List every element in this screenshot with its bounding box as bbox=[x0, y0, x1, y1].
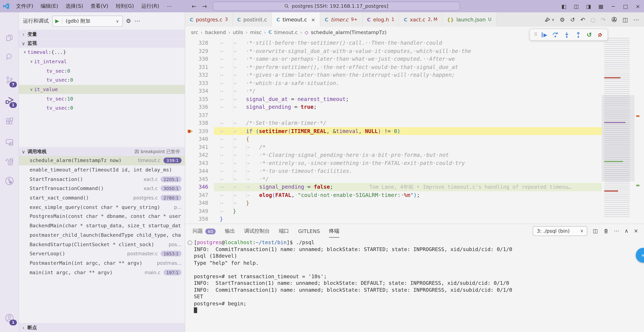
account-icon[interactable]: 1 bbox=[0, 311, 18, 325]
navigate-back-icon[interactable]: ↶ bbox=[580, 16, 585, 23]
code-line[interactable]: 343→→→·*·entirely·so,·since·something·in… bbox=[185, 159, 644, 167]
watch-row[interactable]: tv_sec: 10 bbox=[19, 94, 185, 103]
stack-frame-row[interactable]: main(int argc, char ** argv)main.c197:1 bbox=[19, 268, 185, 277]
code-line[interactable]: 334→→·*/ bbox=[185, 87, 644, 95]
close-tab-icon[interactable]: × bbox=[311, 17, 315, 22]
code-line[interactable]: 330→→·*·same·as·or·perhaps·later·than·wh… bbox=[185, 55, 644, 63]
breadcrumb-item[interactable]: timeout.c bbox=[274, 29, 298, 35]
stack-frame-row[interactable]: schedule_alarm(TimestampTz now)timeout.c… bbox=[19, 156, 185, 165]
panel-tab-终端[interactable]: 终端 bbox=[329, 224, 339, 238]
tab-timer.c[interactable]: Ctimer.c9+ bbox=[320, 12, 362, 27]
toggle-secondary-sidebar-icon[interactable]: ◨ bbox=[582, 3, 595, 9]
stack-frame-row[interactable]: enable_timeout_after(TimeoutId id, int d… bbox=[19, 165, 185, 175]
watch-row[interactable]: ∨it_value bbox=[19, 85, 185, 94]
section-call-stack[interactable]: ∨ 调用堆栈 因 breakpoint 已暂停 bbox=[19, 147, 185, 156]
watch-row[interactable]: tv_usec: 0 bbox=[19, 75, 185, 85]
nav-forward-icon[interactable]: → bbox=[202, 3, 207, 9]
command-center-search[interactable]: postgres [SSH: 192.168.1.17_postgres] bbox=[213, 2, 460, 11]
stack-frame-row[interactable]: StartTransactionCommand()xact.c3050:1 bbox=[19, 184, 185, 193]
panel-more-icon[interactable]: ⋯ bbox=[614, 228, 619, 234]
split-terminal-icon[interactable]: ◫ bbox=[593, 228, 598, 234]
launch-config-select[interactable]: ▶ (gdb) 附加 ∨ bbox=[52, 15, 123, 26]
stack-frame-row[interactable]: BackendMain(char * startup_data, size_t … bbox=[19, 221, 185, 230]
maximize-button[interactable]: □ bbox=[619, 3, 632, 9]
toggle-panel-icon[interactable]: ◫ bbox=[570, 3, 582, 9]
code-line[interactable]: 346→→→signal_pending·=·false;Tom Lane, 4… bbox=[185, 183, 644, 191]
watch-row[interactable]: tv_usec: 0 bbox=[19, 103, 185, 113]
stack-frame-row[interactable]: BackendStartup(ClientSocket * client_soc… bbox=[19, 240, 185, 249]
editor-more-icon[interactable]: ⋯ bbox=[633, 16, 639, 23]
code-line[interactable]: 340→→{ bbox=[185, 135, 644, 143]
step-over-icon[interactable] bbox=[552, 31, 559, 38]
command-decoration-icon[interactable] bbox=[188, 240, 192, 245]
settings-gear-icon[interactable]: ⚙ bbox=[0, 329, 18, 332]
close-window-button[interactable]: × bbox=[632, 3, 644, 9]
breadcrumb-item[interactable]: schedule_alarm(TimestampTz) bbox=[311, 29, 386, 35]
section-breakpoints[interactable]: › 断点 bbox=[19, 323, 185, 332]
extensions-icon[interactable] bbox=[0, 114, 18, 128]
references-icon[interactable] bbox=[0, 155, 18, 169]
code-line[interactable]: 349→} bbox=[185, 207, 644, 215]
panel-tab-端口[interactable]: 端口 bbox=[279, 224, 289, 238]
code-line[interactable]: 332→→·*·gives·a·time·later·than·when·the… bbox=[185, 71, 644, 79]
stack-frame-row[interactable]: ServerLoop()postmaster.c1653:1 bbox=[19, 249, 185, 258]
start-debug-icon[interactable]: ▶ bbox=[52, 18, 62, 24]
step-out-icon[interactable] bbox=[575, 31, 582, 38]
section-variables[interactable]: › 变量 bbox=[19, 29, 185, 39]
code-line[interactable]: 335→→signal_due_at·=·nearest_timeout; bbox=[185, 95, 644, 103]
menu-item[interactable]: 运行(R) bbox=[138, 3, 163, 9]
tab-xact.c[interactable]: Cxact.c2, M bbox=[399, 12, 442, 27]
toggle-sidebar-icon[interactable]: ◧ bbox=[558, 3, 570, 9]
menu-item[interactable]: 转到(G) bbox=[112, 3, 138, 9]
debug-run-menu-icon[interactable]: ∨ bbox=[544, 16, 554, 23]
breadcrumb-item[interactable]: backend bbox=[205, 29, 226, 35]
source-control-icon[interactable]: 7 bbox=[0, 73, 18, 87]
watch-row[interactable]: ∨it_interval bbox=[19, 57, 185, 66]
stack-frame-row[interactable]: StartTransaction()xact.c2205:1 bbox=[19, 175, 185, 184]
code-editor[interactable]: 328→→·*·still·before·the·setitimer()·cal… bbox=[185, 38, 644, 224]
kill-terminal-icon[interactable] bbox=[603, 228, 608, 234]
menu-item[interactable]: 查看(V) bbox=[87, 3, 112, 9]
run-debug-icon[interactable]: 1 bbox=[0, 94, 18, 108]
section-watch[interactable]: ∨ 监视 bbox=[19, 39, 185, 48]
continue-icon[interactable]: ▶ bbox=[542, 32, 547, 37]
terminal-select[interactable]: 3: ./psql (bin) ∨ bbox=[533, 226, 588, 236]
code-line[interactable]: 333→→·*·which·is·a·safe·situation. bbox=[185, 79, 644, 87]
panel-tab-问题[interactable]: 问题60 bbox=[192, 224, 216, 238]
code-line[interactable]: 350} bbox=[185, 215, 644, 223]
stack-frame-row[interactable]: start_xact_command()postgres.c2780:1 bbox=[19, 193, 185, 203]
code-line[interactable]: 347→→→elog(FATAL,·"could·not·enable·SIGA… bbox=[185, 191, 644, 199]
split-editor-icon[interactable]: ◫ bbox=[622, 16, 628, 23]
disconnect-icon[interactable] bbox=[597, 31, 603, 38]
code-line[interactable]: 344→→→·*·to·use·timeout·facilities. bbox=[185, 167, 644, 175]
tab-elog.h[interactable]: Celog.h1 bbox=[362, 12, 399, 27]
code-line[interactable]: 338→→/*·Set·the·alarm·timer·*/ bbox=[185, 119, 644, 127]
git-graph-icon[interactable] bbox=[611, 16, 617, 22]
timeline-history-icon[interactable]: ↺ bbox=[570, 16, 575, 23]
gitlens-icon[interactable] bbox=[0, 174, 18, 188]
stack-frame-row[interactable]: PostgresMain(const char * dbname, const … bbox=[19, 212, 185, 221]
code-line[interactable]: 331→→·*·perform·setitimer(),·the·net·eff… bbox=[185, 63, 644, 71]
tab-postinit.c[interactable]: Cpostinit.c bbox=[233, 12, 272, 27]
minimize-button[interactable]: ─ bbox=[607, 3, 619, 9]
panel-tab-输出[interactable]: 输出 bbox=[225, 224, 235, 238]
drag-grip-icon[interactable]: ⠿ bbox=[534, 32, 537, 37]
step-into-icon[interactable] bbox=[564, 31, 570, 38]
sidebar-more-icon[interactable]: ⋯ bbox=[134, 18, 140, 24]
breadcrumb-item[interactable]: misc bbox=[250, 29, 262, 35]
watch-row[interactable]: tv_sec: 0 bbox=[19, 66, 185, 75]
remote-explorer-icon[interactable] bbox=[0, 135, 18, 149]
debug-settings-gear-icon[interactable]: ⚙ bbox=[126, 18, 131, 24]
code-line[interactable]: 345→→→·*/ bbox=[185, 175, 644, 183]
search-sidebar-icon[interactable] bbox=[0, 50, 18, 64]
navigate-forward-icon[interactable]: ↷ bbox=[601, 16, 606, 23]
maximize-panel-icon[interactable]: ∧ bbox=[624, 228, 628, 234]
stack-frame-row[interactable]: PostmasterMain(int argc, char ** argv)po… bbox=[19, 258, 185, 268]
panel-tab-调试控制台[interactable]: 调试控制台 bbox=[244, 224, 270, 238]
code-line[interactable]: 341→→→/* bbox=[185, 143, 644, 151]
tab-postgres.c[interactable]: Cpostgres.c3 bbox=[185, 12, 233, 27]
explorer-icon[interactable] bbox=[0, 31, 18, 45]
breadcrumb-item[interactable]: utils bbox=[233, 29, 243, 35]
run-settings-gear-icon[interactable]: ⚙ bbox=[560, 16, 565, 23]
close-panel-icon[interactable]: × bbox=[634, 228, 638, 234]
